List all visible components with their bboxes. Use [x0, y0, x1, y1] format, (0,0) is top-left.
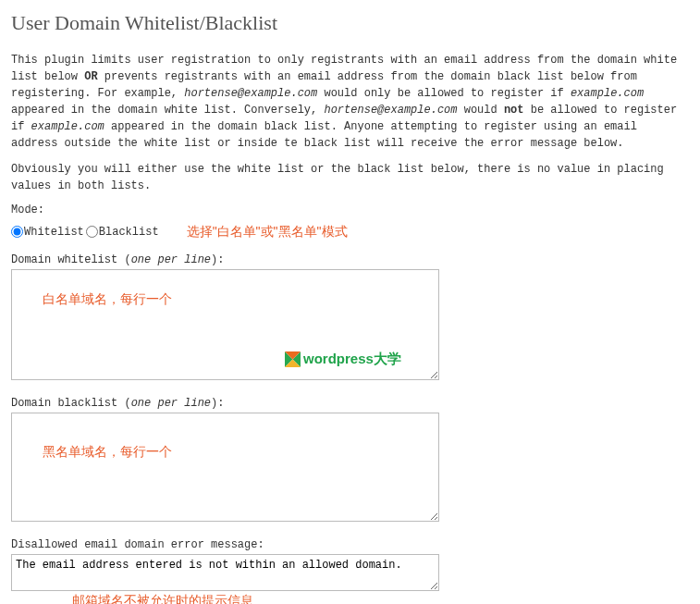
error-textarea[interactable] — [11, 554, 439, 591]
mode-label: Mode: — [11, 203, 689, 216]
description-paragraph-2: Obviously you will either use the white … — [11, 161, 689, 194]
mode-whitelist-radio[interactable] — [11, 226, 23, 238]
blacklist-textarea[interactable] — [11, 413, 439, 522]
mode-whitelist-label[interactable]: Whitelist — [11, 226, 84, 239]
error-label: Disallowed email domain error message: — [11, 538, 689, 551]
whitelist-label: Domain whitelist (one per line): — [11, 253, 689, 266]
mode-blacklist-radio[interactable] — [86, 226, 98, 238]
description-paragraph-1: This plugin limits user registration to … — [11, 52, 689, 152]
mode-annotation: 选择"白名单"或"黑名单"模式 — [187, 224, 348, 240]
error-wrap: 邮箱域名不被允许时的提示信息 — [11, 554, 689, 591]
blacklist-wrap: 黑名单域名，每行一个 — [11, 413, 689, 522]
mode-blacklist-label[interactable]: Blacklist — [86, 226, 159, 239]
whitelist-textarea[interactable] — [11, 269, 439, 380]
mode-row: Whitelist Blacklist 选择"白名单"或"黑名单"模式 — [11, 224, 689, 240]
page-title: User Domain Whitelist/Blacklist — [11, 11, 689, 35]
blacklist-label: Domain blacklist (one per line): — [11, 397, 689, 410]
error-annotation: 邮箱域名不被允许时的提示信息 — [72, 593, 253, 604]
whitelist-wrap: 白名单域名，每行一个 wordpress大学 — [11, 269, 689, 380]
